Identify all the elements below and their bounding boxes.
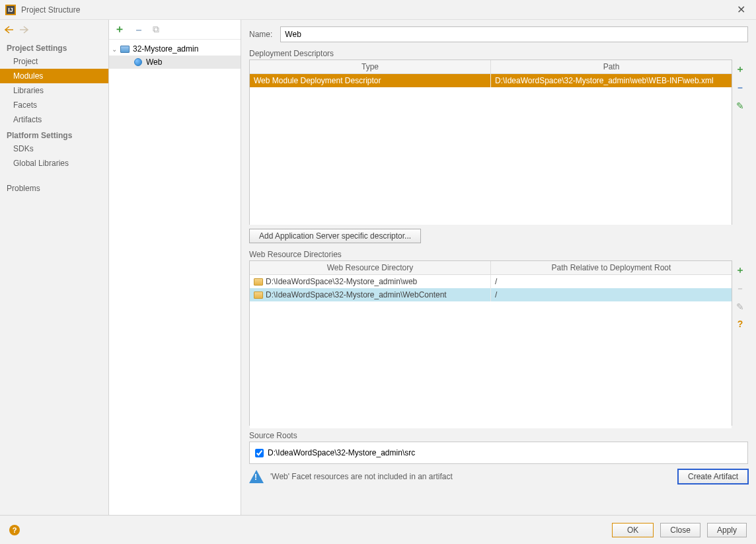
name-label: Name: (249, 30, 272, 39)
close-button[interactable]: Close (660, 523, 700, 537)
tree-module-label: 32-Mystore_admin (133, 44, 198, 54)
source-roots-label: Source Roots (249, 431, 748, 440)
nav-forward-icon[interactable] (19, 24, 29, 35)
deployment-row-type: Web Module Deployment Descriptor (250, 74, 491, 87)
sidebar-item-facets[interactable]: Facets (0, 98, 108, 112)
dialog-footer: ? OK Close Apply (0, 515, 756, 544)
source-root-checkbox[interactable] (255, 449, 264, 457)
tree-module-row[interactable]: ⌄ 32-Mystore_admin (109, 42, 241, 56)
sidebar-nav (0, 20, 108, 40)
tree-toolbar: ＋ － ⧉ (109, 20, 241, 40)
sidebar-item-modules[interactable]: Modules (0, 69, 108, 83)
warning-icon (249, 470, 264, 483)
resource-row[interactable]: D:\IdeaWordSpace\32-Mystore_admin\WebCon… (250, 288, 732, 301)
add-resource-icon[interactable]: ＋ (736, 264, 745, 276)
create-artifact-button[interactable]: Create Artifact (678, 469, 748, 484)
add-descriptor-icon[interactable]: ＋ (736, 63, 745, 75)
titlebar: IJ Project Structure ✕ (0, 0, 756, 20)
resource-dir: D:\IdeaWordSpace\32-Mystore_admin\WebCon… (266, 290, 447, 299)
deployment-tools: ＋ － ✎ (732, 59, 748, 225)
module-tree-pane: ＋ － ⧉ ⌄ 32-Mystore_admin Web (109, 20, 241, 515)
edit-resource-icon[interactable]: ✎ (736, 301, 744, 312)
sidebar-item-project[interactable]: Project (0, 54, 108, 69)
module-icon (120, 44, 130, 54)
resource-rel: / (491, 288, 732, 301)
sidebar-item-sdks[interactable]: SDKs (0, 141, 108, 156)
remove-icon[interactable]: － (133, 22, 145, 38)
copy-icon[interactable]: ⧉ (153, 24, 159, 35)
tree-facet-label: Web (146, 58, 162, 67)
apply-button[interactable]: Apply (707, 523, 747, 537)
deployment-section-label: Deployment Descriptors (249, 49, 748, 58)
deployment-col-type: Type (250, 60, 491, 73)
deployment-row-path: D:\IdeaWordSpace\32-Mystore_admin\web\WE… (491, 74, 732, 87)
resources-table: Web Resource Directory Path Relative to … (249, 260, 732, 426)
close-icon[interactable]: ✕ (731, 3, 751, 16)
deployment-col-path: Path (491, 60, 732, 73)
resources-tools: ＋ － ✎ ? (732, 260, 748, 426)
resources-col-rel: Path Relative to Deployment Root (491, 261, 732, 274)
nav-back-icon[interactable] (4, 24, 15, 35)
warning-message: 'Web' Facet resources are not included i… (270, 472, 671, 481)
sidebar-item-problems[interactable]: Problems (0, 181, 108, 196)
deployment-row[interactable]: Web Module Deployment Descriptor D:\Idea… (250, 74, 732, 87)
sidebar-heading-project: Project Settings (0, 40, 108, 54)
module-tree: ⌄ 32-Mystore_admin Web (109, 40, 241, 71)
sidebar-item-global-libraries[interactable]: Global Libraries (0, 156, 108, 171)
resource-row[interactable]: D:\IdeaWordSpace\32-Mystore_admin\web / (250, 275, 732, 288)
tree-facet-row[interactable]: Web (109, 56, 241, 69)
source-roots-box: D:\IdeaWordSpace\32-Mystore_admin\src (249, 442, 748, 464)
deployment-table: Type Path Web Module Deployment Descript… (249, 59, 732, 225)
folder-icon (254, 278, 263, 286)
sidebar: Project Settings Project Modules Librari… (0, 20, 109, 515)
sidebar-item-libraries[interactable]: Libraries (0, 83, 108, 98)
remove-descriptor-icon[interactable]: － (736, 82, 745, 94)
app-icon: IJ (5, 5, 16, 15)
warning-row: 'Web' Facet resources are not included i… (249, 469, 748, 484)
ok-button[interactable]: OK (612, 523, 654, 537)
folder-icon (254, 291, 263, 299)
content-pane: Name: Deployment Descriptors Type Path W… (241, 20, 756, 515)
web-facet-icon (133, 58, 143, 67)
source-root-path: D:\IdeaWordSpace\32-Mystore_admin\src (268, 448, 415, 457)
resources-col-dir: Web Resource Directory (250, 261, 491, 274)
resource-rel: / (491, 275, 732, 288)
sidebar-heading-platform: Platform Settings (0, 127, 108, 141)
add-app-server-descriptor-button[interactable]: Add Application Server specific descript… (249, 229, 421, 243)
caret-down-icon[interactable]: ⌄ (112, 46, 120, 53)
help-resource-icon[interactable]: ? (737, 319, 743, 329)
sidebar-item-artifacts[interactable]: Artifacts (0, 112, 108, 127)
resource-dir: D:\IdeaWordSpace\32-Mystore_admin\web (266, 277, 417, 286)
name-input[interactable] (280, 26, 748, 42)
remove-resource-icon[interactable]: － (736, 283, 745, 295)
help-icon[interactable]: ? (9, 525, 20, 535)
window-title: Project Structure (21, 5, 731, 15)
edit-descriptor-icon[interactable]: ✎ (736, 100, 744, 111)
add-icon[interactable]: ＋ (114, 22, 125, 36)
resources-section-label: Web Resource Directories (249, 250, 748, 259)
